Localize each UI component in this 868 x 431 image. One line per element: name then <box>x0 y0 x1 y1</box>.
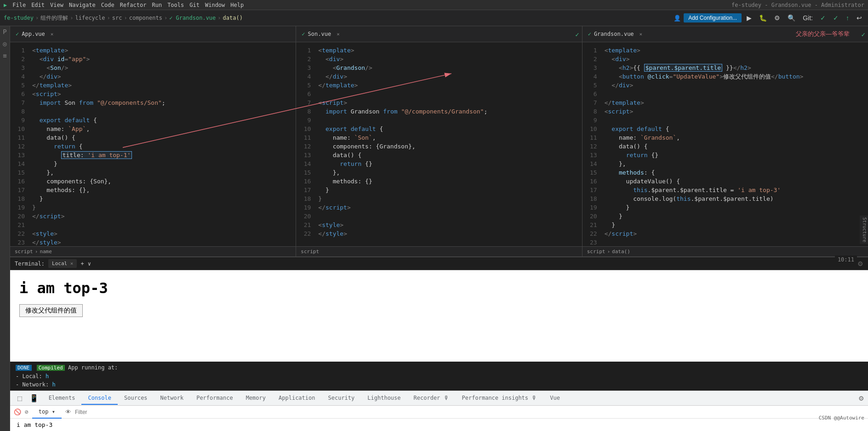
breadcrumb: fe-studey › 组件的理解 › lifecycle › src › co… <box>4 14 243 22</box>
menu-tools[interactable]: Tools <box>167 2 184 8</box>
pane-footer-grandson: script › data() <box>582 246 868 256</box>
terminal-network-url[interactable]: h <box>52 381 55 388</box>
tab-network[interactable]: Network <box>154 392 190 405</box>
menu-window[interactable]: Window <box>205 2 225 8</box>
app-preview: i am top-3 修改父代组件的值 DONE Compiled App ru… <box>10 270 868 391</box>
time-display: 10:11 <box>835 255 857 264</box>
footer-script-app: script <box>15 249 33 255</box>
devtools-icon-mobile[interactable]: 📱 <box>26 392 42 404</box>
menu-edit[interactable]: Edit <box>31 2 45 8</box>
terminal-add[interactable]: + <box>80 261 84 267</box>
debug-button[interactable]: 🐛 <box>757 13 769 23</box>
terminal-tab-local[interactable]: Local × <box>48 259 77 268</box>
push-button[interactable]: ↑ <box>844 13 851 23</box>
main-layout: P ◎ ≡ ✓ App.vue × <box>0 26 868 431</box>
vue-icon-son: ✓ <box>302 31 305 37</box>
menu-help[interactable]: Help <box>230 2 244 8</box>
menu-view[interactable]: View <box>50 2 63 8</box>
breadcrumb-5[interactable]: components <box>129 15 162 21</box>
editor-pane-app: ✓ App.vue × 1234567891011121314151617181… <box>10 26 296 256</box>
menu-navigate[interactable]: Navigate <box>69 2 96 8</box>
pane-header-son: ✓ Son.vue × ✓ <box>296 26 582 42</box>
code-text-app: <template> <div id="app"> <Son/> </div> … <box>29 42 296 246</box>
tab-elements[interactable]: Elements <box>42 392 82 405</box>
menu-code[interactable]: Code <box>101 2 114 8</box>
run-button[interactable]: ▶ <box>744 13 754 23</box>
terminal-local-url[interactable]: h <box>46 373 49 380</box>
pane-header-app: ✓ App.vue × <box>10 26 296 42</box>
filter-icon[interactable]: ⊘ <box>25 408 29 415</box>
vue-icon-app: ✓ <box>16 31 19 37</box>
checkmark-1[interactable]: ✓ <box>818 13 828 23</box>
eye-icon[interactable]: 👁 <box>65 408 71 415</box>
terminal-settings-button[interactable]: ⚙ <box>857 260 863 267</box>
breadcrumb-2[interactable]: 组件的理解 <box>40 14 68 22</box>
tab-memory[interactable]: Memory <box>240 392 272 405</box>
devtools-output: i am top-3 <box>10 419 868 431</box>
top-actions: 👤 Add Configuration... ▶ 🐛 ⚙ 🔍 Git: ✓ ✓ … <box>674 13 864 23</box>
terminal-dropdown[interactable]: ∨ <box>88 261 91 267</box>
pane-tab-son[interactable]: Son.vue <box>308 31 331 37</box>
structure-sidebar[interactable]: Structure <box>860 216 868 244</box>
tab-sources[interactable]: Sources <box>118 392 154 405</box>
pane-header-grandson: ✓ Grandson.vue × 父亲的父亲—爷爷辈 ✓ <box>582 26 868 42</box>
clear-console-icon[interactable]: 🚫 <box>14 408 21 415</box>
breadcrumb-root[interactable]: fe-studey <box>4 15 34 21</box>
tab-performance[interactable]: Performance <box>190 392 239 405</box>
breadcrumb-6[interactable]: ✓ Grandson.vue <box>169 15 216 21</box>
code-text-grandson: <template> <div> <h2>{{ $parent.$parent.… <box>601 42 868 246</box>
undo-button[interactable]: ↩ <box>854 13 864 23</box>
git-label[interactable]: Git: <box>800 13 815 23</box>
preview-content: i am top-3 修改父代组件的值 <box>10 270 868 362</box>
close-icon-grandson[interactable]: × <box>640 31 643 37</box>
menu-git[interactable]: Git <box>189 2 200 8</box>
devtools-settings-button[interactable]: ⚙ <box>858 395 864 402</box>
editor-pane-son: ✓ Son.vue × ✓ 12345678910111213141516171… <box>296 26 582 256</box>
settings-button[interactable]: ⚙ <box>772 13 782 23</box>
editor-pane-grandson: ✓ Grandson.vue × 父亲的父亲—爷爷辈 ✓ 12345678910… <box>582 26 868 256</box>
terminal-output: DONE Compiled App running at: - Local: h… <box>10 362 868 391</box>
close-icon-son[interactable]: × <box>337 31 340 37</box>
pane-tab-app[interactable]: App.vue <box>22 31 45 37</box>
sidebar-project[interactable]: P <box>1 28 9 36</box>
editor-panes: ✓ App.vue × 1234567891011121314151617181… <box>10 26 868 256</box>
pane-tab-grandson[interactable]: Grandson.vue <box>594 31 634 37</box>
tab-vue[interactable]: Vue <box>543 392 566 405</box>
top-selector[interactable]: top ▾ <box>32 406 62 419</box>
breadcrumb-3[interactable]: lifecycle <box>75 15 105 21</box>
tab-security[interactable]: Security <box>322 392 361 405</box>
close-icon-app[interactable]: × <box>51 31 54 37</box>
checkmark-2[interactable]: ✓ <box>831 13 841 23</box>
code-app: 1234567891011121314151617181920212223 <t… <box>10 42 296 246</box>
console-output-text: i am top-3 <box>17 421 52 428</box>
tab-application[interactable]: Application <box>272 392 321 405</box>
filter-input[interactable] <box>75 409 864 415</box>
search-button[interactable]: 🔍 <box>785 13 798 23</box>
sidebar-commit[interactable]: ◎ <box>1 40 9 48</box>
line-numbers-son: 12345678910111213141516171819202122 <box>296 42 314 246</box>
sidebar-structure[interactable]: ≡ <box>1 52 9 60</box>
compile-badge: Compiled <box>37 365 65 371</box>
tab-performance-insights[interactable]: Performance insights 🎙 <box>456 392 544 405</box>
code-son: 12345678910111213141516171819202122 <tem… <box>296 42 582 246</box>
user-icon[interactable]: 👤 <box>674 15 681 22</box>
pane-footer-app: script › name <box>10 246 296 256</box>
tab-lighthouse[interactable]: Lighthouse <box>361 392 407 405</box>
preview-button[interactable]: 修改父代组件的值 <box>19 304 83 317</box>
add-configuration-button[interactable]: Add Configuration... <box>684 13 742 23</box>
tab-console[interactable]: Console <box>81 392 118 405</box>
devtools-icon-inspect[interactable]: ⬚ <box>14 392 26 404</box>
breadcrumb-4[interactable]: src <box>112 15 122 21</box>
terminal-local: - Local: <box>16 373 46 380</box>
tab-recorder[interactable]: Recorder 🎙 <box>407 392 456 405</box>
terminal-close[interactable]: × <box>70 261 74 267</box>
menu-refactor[interactable]: Refactor <box>120 2 147 8</box>
breadcrumb-7[interactable]: data() <box>223 15 243 21</box>
footer-script-grandson: script <box>587 249 605 255</box>
menu-file[interactable]: File <box>12 2 26 8</box>
menu-run[interactable]: Run <box>152 2 162 8</box>
bottom-panel: Terminal: Local × + ∨ ⚙ i am top-3 修改父代组… <box>10 256 868 431</box>
footer-data-grandson: data() <box>612 249 630 255</box>
pane-footer-son: script <box>296 246 582 256</box>
window-title: fe-studey - Grandson.vue - Administrator <box>731 2 864 8</box>
